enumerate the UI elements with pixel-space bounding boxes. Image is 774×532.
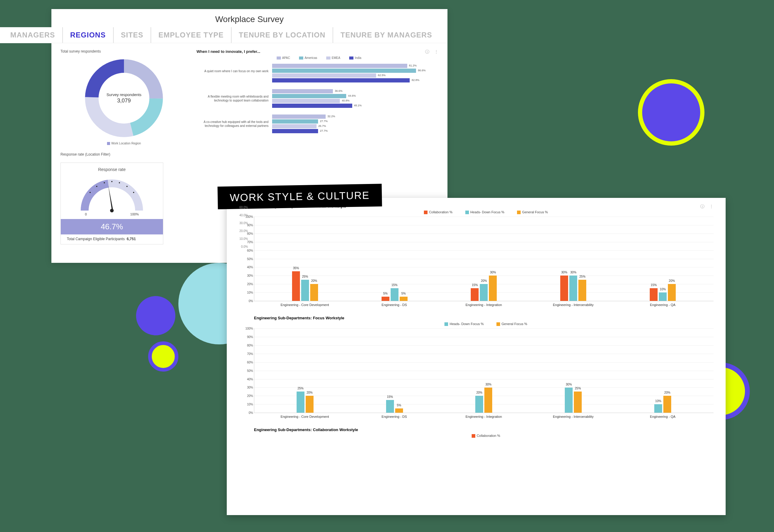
bar: 30% (569, 276, 577, 301)
y-tick: 70% (241, 240, 253, 243)
hbar: 48.1% (272, 104, 352, 108)
y-tick: 90% (241, 223, 253, 227)
gauge-max: 100% (130, 212, 139, 216)
legend-item: APAC (274, 56, 290, 60)
y-tick: 100% (241, 327, 253, 330)
bar: 20% (668, 284, 676, 301)
bar: 30% (489, 276, 497, 301)
x-tick: Engineering - Interoerability (528, 303, 618, 307)
tab-regions[interactable]: REGIONS (63, 27, 114, 43)
bar: 10% (659, 292, 667, 301)
more-icon[interactable]: ⋮ (709, 204, 714, 209)
gauge-total: Total Campaign Eligible Participants 6,7… (67, 237, 157, 241)
bar-group: 35%25%20% (292, 217, 318, 301)
info-icon[interactable]: ⓘ (700, 204, 705, 209)
hbar: 27.7% (272, 129, 318, 133)
hbar-group: A co-creative hub equipped with all the … (197, 114, 438, 134)
legend-item: General Focus % (513, 210, 548, 214)
y-tick: 80% (241, 232, 253, 235)
y-tick: 40% (241, 266, 253, 269)
chart-title: Engineering Sub-Departments: Focus Works… (254, 316, 714, 320)
hbar: 62.5% (272, 73, 376, 78)
gauge-value: 46.7% (61, 219, 163, 234)
tab-sites[interactable]: SITES (114, 27, 151, 43)
hbar-label: A co-creative hub equipped with all the … (197, 114, 272, 134)
bar: 5% (395, 408, 403, 413)
donut-legend: Work Location Region (60, 142, 187, 145)
more-icon[interactable]: ⋮ (434, 49, 438, 55)
hbar-title: When I need to innovate, I prefer... (197, 49, 438, 54)
hbar-legend: APACAmericasEMEAIndia (197, 56, 438, 60)
svg-point-7 (111, 181, 112, 182)
hbar: 86.6% (272, 69, 416, 73)
chart-title: Engineering Sub-Departments: Collaborati… (254, 427, 714, 432)
bar: 10% (654, 404, 662, 413)
gauge-title: Response rate (67, 167, 157, 172)
legend-item: Heads- Down Focus % (440, 322, 484, 326)
info-icon[interactable]: ⓘ (425, 49, 429, 55)
gauge-card: Response rate 0 100% 46.7% Total Campa (60, 163, 163, 244)
y-tick: 30% (241, 274, 253, 277)
y-tick: 40% (241, 377, 253, 381)
tabs: MANAGERSREGIONSSITESEMPLOYEE TYPETENURE … (0, 27, 447, 43)
tab-tenure-by-managers[interactable]: TENURE BY MANAGERS (333, 27, 439, 43)
bar: 15% (386, 400, 394, 413)
y-tick: 60% (241, 360, 253, 364)
donut-center-label: Survey respondents (106, 92, 141, 97)
tab-employee-type[interactable]: EMPLOYEE TYPE (151, 27, 232, 43)
bar-group: 5%15%5% (382, 217, 408, 301)
x-axis: Engineering - Core DevelopmentEngineerin… (254, 301, 714, 307)
bar-group: 15%20%30% (471, 217, 497, 301)
decorative-circle (136, 296, 175, 335)
bar-group: 30%25% (565, 328, 582, 413)
bar-group: 30%30%25% (560, 217, 586, 301)
donut-chart: Survey respondents 3,079 (82, 56, 166, 140)
bar: 5% (400, 297, 408, 301)
y-tick: 50% (241, 257, 253, 260)
y-tick: 20% (241, 282, 253, 286)
svg-point-10 (133, 192, 134, 193)
hbar: 26.7% (272, 124, 317, 128)
legend-item: General Focus % (492, 322, 527, 326)
bar: 25% (301, 280, 309, 301)
decorative-circle (148, 341, 178, 372)
chart-legend: Collaboration %Heads- Down Focus %Genera… (254, 210, 714, 214)
x-tick: Engineering - DS (350, 415, 439, 418)
bar: 15% (471, 288, 479, 301)
bar: 30% (560, 276, 568, 301)
legend-item: Americas (296, 56, 317, 60)
y-tick: 90% (241, 335, 253, 339)
x-tick: Engineering - Integration (439, 303, 528, 307)
svg-point-9 (127, 186, 127, 187)
x-tick: Engineering - Core Development (260, 415, 350, 418)
legend-item: Collaboration % (467, 434, 500, 437)
x-tick: Engineering - Integration (439, 415, 528, 418)
x-tick: Engineering - DS (350, 303, 439, 307)
hbar-group: A flexible meeting room with whiteboards… (197, 89, 438, 108)
hbar: 32.2% (272, 114, 326, 119)
hbar: 81.2% (272, 64, 407, 68)
hbar-label: A quiet room where I can focus on my own… (197, 64, 272, 83)
x-axis: Engineering - Core DevelopmentEngineerin… (254, 413, 714, 418)
chart-block: ⓘ⋮Engineering Sub-Departments: Overall W… (254, 204, 714, 307)
hbar: 82.8% (272, 78, 410, 82)
tab-tenure-by-location[interactable]: TENURE BY LOCATION (232, 27, 333, 43)
bar: 25% (574, 392, 582, 413)
y-tick: 20% (241, 394, 253, 398)
svg-point-8 (119, 182, 120, 183)
y-tick: 10% (241, 403, 253, 406)
panel-title: Workplace Survey (51, 9, 447, 27)
tab-managers[interactable]: MANAGERS (3, 27, 63, 43)
bar: 30% (565, 388, 572, 413)
bar-chart: 100%90%80%70%60%50%40%30%20%10%0%25%20%1… (254, 328, 714, 413)
bar: 5% (382, 297, 389, 301)
y-tick: 50% (241, 369, 253, 372)
svg-point-11 (110, 209, 114, 212)
bar-chart: 100%90%80%70%60%50%40%30%20%10%0%35%25%2… (254, 217, 714, 301)
bar: 20% (480, 284, 488, 301)
x-tick: Engineering - QA (618, 303, 708, 307)
chart-block: Engineering Sub-Departments: Collaborati… (254, 427, 714, 438)
svg-point-5 (96, 186, 97, 187)
bar-group: 15%5% (386, 328, 403, 413)
bar-group: 20%30% (475, 328, 492, 413)
